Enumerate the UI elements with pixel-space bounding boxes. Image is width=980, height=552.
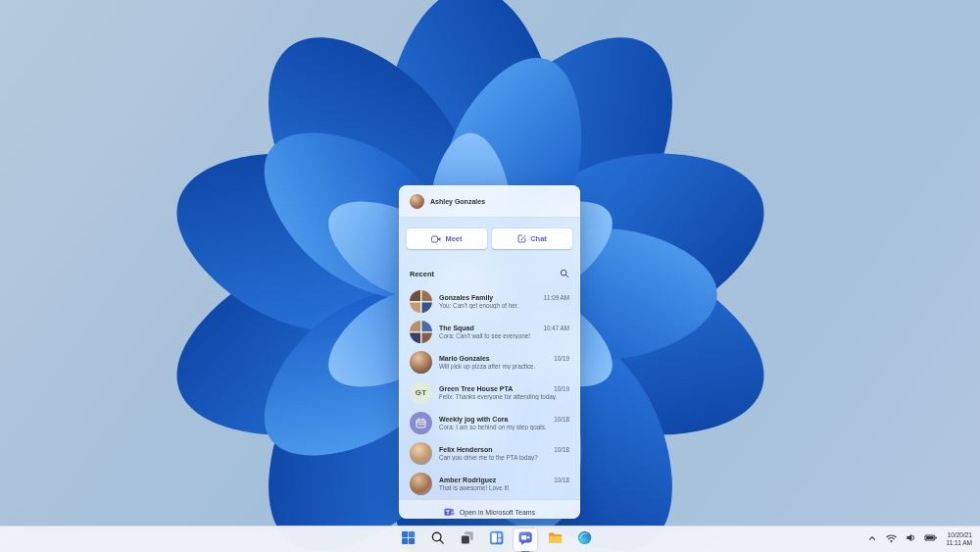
chat-time: 10/19 bbox=[554, 355, 569, 362]
widgets-icon bbox=[489, 530, 504, 548]
meet-button-label: Meet bbox=[445, 234, 462, 243]
chat-row-felix-henderson[interactable]: Felix Henderson 10/18 Can you drive me t… bbox=[399, 438, 580, 469]
tray-time: 11:11 AM bbox=[947, 539, 973, 547]
chat-preview: Felix: Thanks everyone for attending tod… bbox=[439, 393, 569, 400]
teams-chat-taskbar-button[interactable] bbox=[514, 528, 537, 551]
chat-preview: Will pick up pizza after my practice. bbox=[439, 363, 569, 370]
widgets-button[interactable] bbox=[484, 528, 508, 551]
avatar bbox=[410, 473, 432, 495]
teams-chat-icon bbox=[517, 530, 533, 549]
edge-browser-button[interactable] bbox=[572, 528, 596, 551]
chat-row-weekly-jog[interactable]: Weekly jog with Cora 10/18 Cora: I am so… bbox=[399, 408, 580, 438]
recent-chat-list: Gonzales Family 11:09 AM You: Can't get … bbox=[399, 286, 580, 499]
taskbar-search-button[interactable] bbox=[425, 528, 449, 551]
open-in-teams-button[interactable]: Open in Microsoft Teams bbox=[399, 499, 580, 519]
teams-chat-flyout: Ashley Gonzales Meet Chat Recent bbox=[399, 185, 580, 519]
battery-button[interactable] bbox=[922, 529, 940, 549]
taskbar-app-icons bbox=[396, 527, 596, 552]
user-avatar bbox=[410, 194, 424, 209]
open-in-teams-label: Open in Microsoft Teams bbox=[460, 509, 535, 516]
chat-name: Felix Henderson bbox=[439, 446, 492, 453]
avatar bbox=[410, 412, 432, 434]
chat-preview: Cora: Can't wait to see everyone! bbox=[439, 332, 569, 339]
task-view-button[interactable] bbox=[455, 528, 478, 551]
chat-preview: Can you drive me to the PTA today? bbox=[439, 454, 569, 461]
task-view-icon bbox=[460, 530, 474, 548]
chat-time: 10:47 AM bbox=[543, 325, 569, 331]
teams-logo-icon bbox=[444, 504, 455, 520]
chevron-up-icon bbox=[866, 532, 878, 547]
avatar bbox=[410, 442, 432, 465]
search-icon[interactable] bbox=[560, 265, 569, 282]
meet-button[interactable]: Meet bbox=[407, 228, 487, 249]
chat-preview: Cora: I am so behind on my step goals. bbox=[439, 424, 569, 430]
edge-browser-icon bbox=[577, 530, 592, 548]
windows-start-icon bbox=[401, 530, 416, 548]
chat-name: Mario Gonzales bbox=[439, 355, 490, 362]
taskbar: 10/20/21 11:11 AM bbox=[0, 526, 980, 552]
teams-action-row: Meet Chat bbox=[399, 218, 580, 257]
chat-name: Gonzales Family bbox=[439, 294, 493, 301]
chat-name: The Squad bbox=[439, 325, 474, 331]
volume-icon bbox=[905, 531, 917, 547]
tray-date: 10/20/21 bbox=[947, 531, 973, 539]
search-icon bbox=[430, 530, 445, 548]
video-camera-icon bbox=[431, 235, 441, 243]
folder-icon bbox=[548, 530, 563, 548]
chat-preview: You: Can't get enough of her. bbox=[439, 302, 569, 309]
network-button[interactable] bbox=[883, 529, 900, 549]
chat-time: 10/18 bbox=[554, 416, 569, 423]
recent-label: Recent bbox=[410, 270, 434, 278]
chat-row-gonzales-family[interactable]: Gonzales Family 11:09 AM You: Can't get … bbox=[399, 286, 580, 317]
file-explorer-button[interactable] bbox=[543, 528, 566, 551]
battery-icon bbox=[924, 531, 938, 547]
chat-name: Weekly jog with Cora bbox=[439, 416, 508, 423]
chat-row-green-tree-house-pta[interactable]: GT Green Tree House PTA 10/19 Felix: Tha… bbox=[399, 377, 580, 408]
desktop: Ashley Gonzales Meet Chat Recent bbox=[0, 0, 980, 552]
chat-button-label: Chat bbox=[530, 234, 547, 243]
chat-row-mario-gonzales[interactable]: Mario Gonzales 10/19 Will pick up pizza … bbox=[399, 347, 580, 377]
system-tray: 10/20/21 11:11 AM bbox=[864, 527, 977, 552]
avatar bbox=[410, 351, 432, 374]
teams-user-header[interactable]: Ashley Gonzales bbox=[399, 185, 580, 218]
avatar bbox=[410, 290, 432, 313]
chat-time: 11:09 AM bbox=[544, 294, 569, 301]
start-button[interactable] bbox=[396, 528, 419, 551]
chat-time: 10/18 bbox=[554, 446, 569, 453]
user-name: Ashley Gonzales bbox=[430, 198, 485, 205]
chat-row-the-squad[interactable]: The Squad 10:47 AM Cora: Can't wait to s… bbox=[399, 317, 580, 347]
recent-header: Recent bbox=[399, 257, 580, 286]
wifi-icon bbox=[885, 531, 898, 547]
chat-preview: That is awesome! Love it! bbox=[439, 484, 569, 491]
avatar-initials: GT bbox=[410, 381, 432, 404]
chat-row-amber-rodriguez[interactable]: Amber Rodriguez 10/18 That is awesome! L… bbox=[399, 469, 580, 499]
avatar bbox=[410, 321, 432, 343]
chat-button[interactable]: Chat bbox=[492, 228, 572, 249]
calendar-icon bbox=[416, 415, 426, 432]
chat-name: Amber Rodriguez bbox=[439, 477, 496, 483]
chat-time: 10/19 bbox=[554, 385, 569, 392]
chat-name: Green Tree House PTA bbox=[439, 385, 513, 392]
compose-icon bbox=[517, 234, 526, 243]
clock[interactable]: 10/20/21 11:11 AM bbox=[943, 531, 977, 547]
hidden-icons-button[interactable] bbox=[864, 530, 880, 549]
volume-button[interactable] bbox=[903, 529, 919, 549]
chat-time: 10/18 bbox=[554, 477, 569, 483]
